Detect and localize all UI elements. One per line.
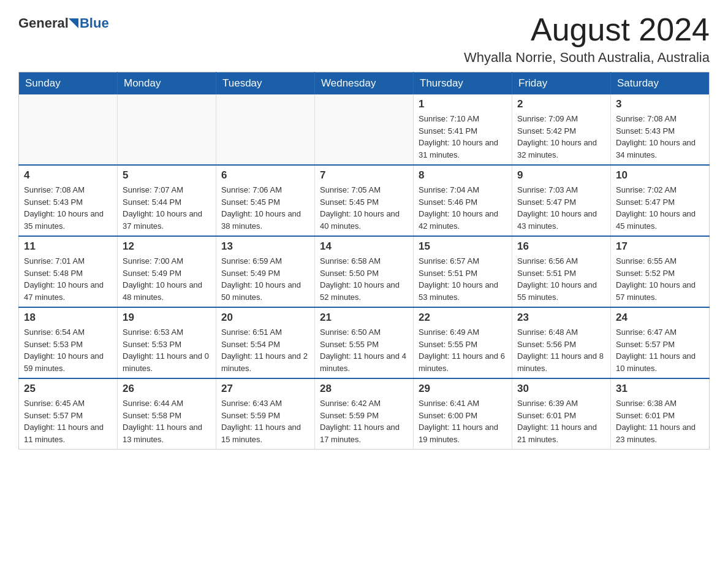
day-info: Sunrise: 6:57 AMSunset: 5:51 PMDaylight:… <box>419 255 507 303</box>
logo: General Blue <box>18 12 109 31</box>
calendar-cell: 22Sunrise: 6:49 AMSunset: 5:55 PMDayligh… <box>414 307 512 378</box>
day-info: Sunrise: 7:03 AMSunset: 5:47 PMDaylight:… <box>517 184 605 232</box>
day-info: Sunrise: 6:58 AMSunset: 5:50 PMDaylight:… <box>320 255 408 303</box>
day-of-week-header: Sunday <box>19 72 118 95</box>
calendar-header: SundayMondayTuesdayWednesdayThursdayFrid… <box>19 72 710 95</box>
day-number: 27 <box>221 383 309 395</box>
calendar-cell: 9Sunrise: 7:03 AMSunset: 5:47 PMDaylight… <box>512 165 611 236</box>
day-number: 5 <box>123 169 211 182</box>
day-number: 28 <box>320 383 408 395</box>
calendar-week-row: 18Sunrise: 6:54 AMSunset: 5:53 PMDayligh… <box>19 307 710 378</box>
day-info: Sunrise: 6:55 AMSunset: 5:52 PMDaylight:… <box>616 255 704 303</box>
day-info: Sunrise: 7:06 AMSunset: 5:45 PMDaylight:… <box>221 184 309 232</box>
logo-general-text: General <box>18 15 69 31</box>
day-of-week-header: Friday <box>512 72 611 95</box>
svg-marker-0 <box>69 18 78 28</box>
day-info: Sunrise: 6:45 AMSunset: 5:57 PMDaylight:… <box>24 397 112 445</box>
location-subtitle: Whyalla Norrie, South Australia, Austral… <box>464 50 710 66</box>
day-number: 1 <box>419 98 507 110</box>
day-info: Sunrise: 7:05 AMSunset: 5:45 PMDaylight:… <box>320 184 408 232</box>
day-info: Sunrise: 6:51 AMSunset: 5:54 PMDaylight:… <box>221 326 309 374</box>
calendar-cell: 24Sunrise: 6:47 AMSunset: 5:57 PMDayligh… <box>611 307 710 378</box>
day-info: Sunrise: 6:39 AMSunset: 6:01 PMDaylight:… <box>517 397 605 445</box>
day-number: 17 <box>616 240 704 253</box>
day-number: 30 <box>517 383 605 395</box>
day-number: 12 <box>123 240 211 253</box>
day-number: 7 <box>320 169 408 182</box>
day-info: Sunrise: 7:02 AMSunset: 5:47 PMDaylight:… <box>616 184 704 232</box>
day-info: Sunrise: 6:42 AMSunset: 5:59 PMDaylight:… <box>320 397 408 445</box>
calendar-cell: 27Sunrise: 6:43 AMSunset: 5:59 PMDayligh… <box>216 378 315 450</box>
day-number: 31 <box>616 383 704 395</box>
day-number: 18 <box>24 312 112 324</box>
calendar-week-row: 1Sunrise: 7:10 AMSunset: 5:41 PMDaylight… <box>19 94 710 165</box>
calendar-cell: 25Sunrise: 6:45 AMSunset: 5:57 PMDayligh… <box>19 378 118 450</box>
day-info: Sunrise: 7:08 AMSunset: 5:43 PMDaylight:… <box>616 113 704 161</box>
day-info: Sunrise: 6:50 AMSunset: 5:55 PMDaylight:… <box>320 326 408 374</box>
calendar-cell: 8Sunrise: 7:04 AMSunset: 5:46 PMDaylight… <box>414 165 512 236</box>
day-info: Sunrise: 6:59 AMSunset: 5:49 PMDaylight:… <box>221 255 309 303</box>
calendar-cell: 29Sunrise: 6:41 AMSunset: 6:00 PMDayligh… <box>414 378 512 450</box>
calendar-table: SundayMondayTuesdayWednesdayThursdayFrid… <box>18 72 710 450</box>
day-header-row: SundayMondayTuesdayWednesdayThursdayFrid… <box>19 72 710 95</box>
calendar-cell: 6Sunrise: 7:06 AMSunset: 5:45 PMDaylight… <box>216 165 315 236</box>
day-number: 11 <box>24 240 112 253</box>
day-number: 16 <box>517 240 605 253</box>
day-info: Sunrise: 7:01 AMSunset: 5:48 PMDaylight:… <box>24 255 112 303</box>
logo-arrow-icon <box>69 18 78 28</box>
calendar-cell: 3Sunrise: 7:08 AMSunset: 5:43 PMDaylight… <box>611 94 710 165</box>
day-number: 24 <box>616 312 704 324</box>
day-of-week-header: Monday <box>118 72 216 95</box>
calendar-cell: 16Sunrise: 6:56 AMSunset: 5:51 PMDayligh… <box>512 236 611 307</box>
title-section: August 2024 Whyalla Norrie, South Austra… <box>464 12 710 66</box>
calendar-cell: 13Sunrise: 6:59 AMSunset: 5:49 PMDayligh… <box>216 236 315 307</box>
day-number: 25 <box>24 383 112 395</box>
calendar-cell <box>315 94 414 165</box>
day-info: Sunrise: 6:41 AMSunset: 6:00 PMDaylight:… <box>419 397 507 445</box>
calendar-cell: 31Sunrise: 6:38 AMSunset: 6:01 PMDayligh… <box>611 378 710 450</box>
day-number: 4 <box>24 169 112 182</box>
day-info: Sunrise: 7:04 AMSunset: 5:46 PMDaylight:… <box>419 184 507 232</box>
day-info: Sunrise: 6:38 AMSunset: 6:01 PMDaylight:… <box>616 397 704 445</box>
calendar-cell: 5Sunrise: 7:07 AMSunset: 5:44 PMDaylight… <box>118 165 216 236</box>
calendar-body: 1Sunrise: 7:10 AMSunset: 5:41 PMDaylight… <box>19 94 710 450</box>
day-number: 29 <box>419 383 507 395</box>
calendar-cell: 26Sunrise: 6:44 AMSunset: 5:58 PMDayligh… <box>118 378 216 450</box>
day-of-week-header: Tuesday <box>216 72 315 95</box>
calendar-cell: 23Sunrise: 6:48 AMSunset: 5:56 PMDayligh… <box>512 307 611 378</box>
day-info: Sunrise: 7:08 AMSunset: 5:43 PMDaylight:… <box>24 184 112 232</box>
calendar-cell: 28Sunrise: 6:42 AMSunset: 5:59 PMDayligh… <box>315 378 414 450</box>
day-number: 19 <box>123 312 211 324</box>
logo-blue-part: Blue <box>69 15 109 31</box>
day-of-week-header: Wednesday <box>315 72 414 95</box>
day-number: 10 <box>616 169 704 182</box>
calendar-week-row: 11Sunrise: 7:01 AMSunset: 5:48 PMDayligh… <box>19 236 710 307</box>
calendar-cell: 14Sunrise: 6:58 AMSunset: 5:50 PMDayligh… <box>315 236 414 307</box>
day-info: Sunrise: 7:09 AMSunset: 5:42 PMDaylight:… <box>517 113 605 161</box>
day-number: 3 <box>616 98 704 110</box>
day-info: Sunrise: 6:47 AMSunset: 5:57 PMDaylight:… <box>616 326 704 374</box>
day-info: Sunrise: 6:49 AMSunset: 5:55 PMDaylight:… <box>419 326 507 374</box>
calendar-cell: 4Sunrise: 7:08 AMSunset: 5:43 PMDaylight… <box>19 165 118 236</box>
day-number: 6 <box>221 169 309 182</box>
page-header: General Blue August 2024 Whyalla Norrie,… <box>18 12 710 66</box>
day-number: 13 <box>221 240 309 253</box>
day-info: Sunrise: 7:10 AMSunset: 5:41 PMDaylight:… <box>419 113 507 161</box>
calendar-cell: 2Sunrise: 7:09 AMSunset: 5:42 PMDaylight… <box>512 94 611 165</box>
calendar-cell: 11Sunrise: 7:01 AMSunset: 5:48 PMDayligh… <box>19 236 118 307</box>
calendar-cell <box>19 94 118 165</box>
day-number: 22 <box>419 312 507 324</box>
day-info: Sunrise: 6:43 AMSunset: 5:59 PMDaylight:… <box>221 397 309 445</box>
day-info: Sunrise: 7:00 AMSunset: 5:49 PMDaylight:… <box>123 255 211 303</box>
calendar-cell: 20Sunrise: 6:51 AMSunset: 5:54 PMDayligh… <box>216 307 315 378</box>
day-info: Sunrise: 7:07 AMSunset: 5:44 PMDaylight:… <box>123 184 211 232</box>
calendar-cell: 18Sunrise: 6:54 AMSunset: 5:53 PMDayligh… <box>19 307 118 378</box>
day-info: Sunrise: 6:53 AMSunset: 5:53 PMDaylight:… <box>123 326 211 374</box>
day-number: 15 <box>419 240 507 253</box>
calendar-cell: 21Sunrise: 6:50 AMSunset: 5:55 PMDayligh… <box>315 307 414 378</box>
day-info: Sunrise: 6:56 AMSunset: 5:51 PMDaylight:… <box>517 255 605 303</box>
calendar-cell: 30Sunrise: 6:39 AMSunset: 6:01 PMDayligh… <box>512 378 611 450</box>
month-title: August 2024 <box>464 12 710 47</box>
day-number: 21 <box>320 312 408 324</box>
day-info: Sunrise: 6:48 AMSunset: 5:56 PMDaylight:… <box>517 326 605 374</box>
